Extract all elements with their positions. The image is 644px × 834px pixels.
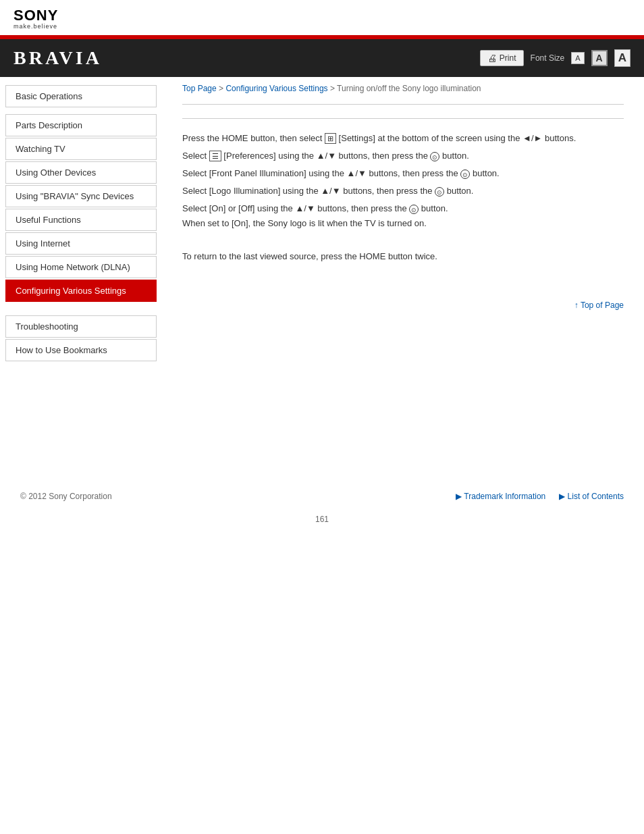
content-area: Top Page > Configuring Various Settings … [162, 77, 644, 482]
sidebar: Basic Operations Parts Description Watch… [0, 77, 162, 482]
sidebar-item-bookmarks[interactable]: How to Use Bookmarks [5, 339, 157, 361]
sidebar-group-secondary: Parts Description Watching TV Using Othe… [0, 114, 162, 302]
list-of-contents-link[interactable]: ▶ List of Contents [559, 492, 624, 501]
footer-links: ▶ Trademark Information ▶ List of Conten… [456, 492, 624, 501]
sidebar-item-useful-functions[interactable]: Useful Functions [5, 209, 157, 231]
breadcrumb: Top Page > Configuring Various Settings … [182, 77, 624, 99]
top-of-page-link[interactable]: ↑ Top of Page [574, 301, 624, 310]
font-medium-button[interactable]: A [591, 50, 608, 66]
sidebar-item-using-internet[interactable]: Using Internet [5, 232, 157, 255]
font-large-button[interactable]: A [614, 49, 630, 67]
step-5: Select [On] or [Off] using the ▲/▼ butto… [182, 201, 624, 231]
content-body: Press the HOME button, then select ⊞ [Se… [182, 124, 624, 273]
font-size-label: Font Size [531, 53, 565, 63]
step-4: Select [Logo Illumination] using the ▲/▼… [182, 184, 624, 199]
arrow-up-icon: ↑ [574, 301, 581, 310]
sidebar-group-main: Basic Operations [0, 85, 162, 107]
title-bar-controls: Print Font Size A A A [480, 49, 630, 67]
breadcrumb-sep2: > [330, 84, 337, 93]
note: To return to the last viewed source, pre… [182, 249, 624, 264]
sony-logo: SONY make.believe [14, 8, 630, 30]
top-of-page: ↑ Top of Page [182, 301, 624, 310]
divider-top [182, 104, 624, 105]
step-1: Press the HOME button, then select ⊞ [Se… [182, 131, 624, 146]
contents-arrow-icon: ▶ [559, 492, 567, 501]
sidebar-item-parts-description[interactable]: Parts Description [5, 114, 157, 136]
font-small-button[interactable]: A [571, 52, 584, 64]
sidebar-item-watching-tv[interactable]: Watching TV [5, 138, 157, 160]
breadcrumb-configuring[interactable]: Configuring Various Settings [225, 84, 327, 93]
sidebar-item-home-network[interactable]: Using Home Network (DLNA) [5, 256, 157, 278]
divider-second [182, 118, 624, 119]
sidebar-item-basic-operations[interactable]: Basic Operations [5, 85, 157, 107]
trademark-link[interactable]: ▶ Trademark Information [456, 492, 545, 501]
sidebar-item-configuring[interactable]: Configuring Various Settings [5, 280, 157, 302]
print-icon [487, 53, 497, 63]
title-bar: BRAVIA Print Font Size A A A [0, 39, 644, 77]
breadcrumb-sep1: > [219, 84, 225, 93]
trademark-arrow-icon: ▶ [456, 492, 464, 501]
page-number: 161 [0, 508, 644, 531]
footer: © 2012 Sony Corporation ▶ Trademark Info… [0, 482, 644, 508]
copyright: © 2012 Sony Corporation [20, 492, 112, 501]
breadcrumb-current: Turning on/off the Sony logo illuminatio… [337, 84, 481, 93]
sidebar-group-tertiary: Troubleshooting How to Use Bookmarks [0, 315, 162, 361]
sidebar-item-using-other-devices[interactable]: Using Other Devices [5, 161, 157, 184]
step-2: Select ☰ [Preferences] using the ▲/▼ but… [182, 149, 624, 163]
step-3: Select [Front Panel Illumination] using … [182, 166, 624, 181]
main-layout: Basic Operations Parts Description Watch… [0, 77, 644, 482]
breadcrumb-top[interactable]: Top Page [182, 84, 217, 93]
bravia-title: BRAVIA [14, 47, 102, 69]
print-button[interactable]: Print [480, 50, 524, 66]
header: SONY make.believe [0, 0, 644, 35]
sidebar-item-troubleshooting[interactable]: Troubleshooting [5, 315, 157, 338]
sidebar-item-bravia-sync[interactable]: Using "BRAVIA" Sync Devices [5, 185, 157, 207]
